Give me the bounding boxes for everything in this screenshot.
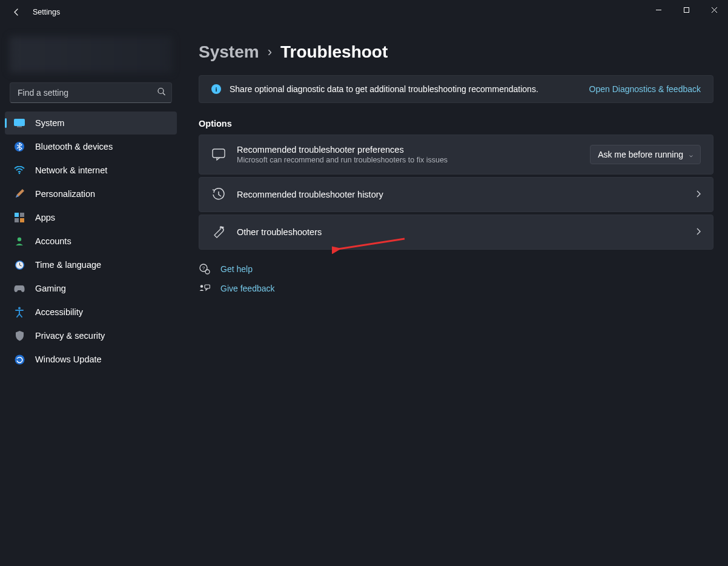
sidebar-item-accounts[interactable]: Accounts [5,230,177,253]
chevron-right-icon [696,189,701,200]
svg-rect-26 [205,285,210,288]
banner-text: Share optional diagnostic data to get ad… [230,84,577,94]
get-help-link[interactable]: Get help [220,264,253,274]
minimize-button[interactable] [644,0,672,19]
accessibility-icon [13,306,25,318]
chevron-right-icon: › [268,44,272,60]
sidebar-item-apps[interactable]: Apps [5,206,177,229]
sidebar-item-system[interactable]: System [5,112,177,135]
preferences-dropdown[interactable]: Ask me before running ⌵ [590,145,701,164]
info-banner: i Share optional diagnostic data to get … [199,75,713,103]
user-profile-area[interactable] [10,36,172,73]
sidebar-item-label: Time & language [35,260,101,270]
sidebar-item-label: Accessibility [35,307,83,317]
sidebar: System Bluetooth & devices Network & int… [0,24,182,566]
svg-rect-6 [15,119,25,126]
card-subtitle: Microsoft can recommend and run troubles… [237,156,590,164]
sidebar-item-label: Personalization [35,189,95,199]
help-item-gethelp: ? Get help [199,263,713,275]
wifi-icon [13,164,25,176]
breadcrumb-root[interactable]: System [199,42,259,62]
card-title: Other troubleshooters [237,227,696,237]
sidebar-item-privacy[interactable]: Privacy & security [5,324,177,347]
svg-rect-7 [17,127,22,127]
help-item-feedback: Give feedback [199,282,713,295]
system-icon [13,117,25,129]
open-diagnostics-link[interactable]: Open Diagnostics & feedback [589,84,701,94]
person-icon [13,235,25,247]
svg-rect-11 [20,213,24,217]
search-icon [157,87,166,99]
sidebar-item-label: System [35,118,64,128]
svg-point-25 [200,285,204,288]
sidebar-item-label: Accounts [35,236,71,246]
svg-rect-12 [15,218,19,222]
page-title: Troubleshoot [280,42,388,62]
sidebar-item-time[interactable]: Time & language [5,253,177,276]
clock-icon [13,259,25,271]
sidebar-item-bluetooth[interactable]: Bluetooth & devices [5,135,177,158]
apps-icon [13,211,25,224]
svg-line-5 [163,93,165,96]
sidebar-item-label: Gaming [35,284,66,293]
svg-rect-13 [20,218,24,222]
svg-point-4 [158,88,164,94]
breadcrumb: System › Troubleshoot [199,42,713,62]
sidebar-item-accessibility[interactable]: Accessibility [5,301,177,324]
history-icon [211,187,226,202]
maximize-button[interactable] [672,0,700,19]
section-heading: Options [199,119,713,128]
main-content: System › Troubleshoot i Share optional d… [182,24,728,566]
back-button[interactable] [11,7,22,18]
svg-rect-10 [15,213,19,217]
nav-list: System Bluetooth & devices Network & int… [0,112,182,371]
search-wrap [10,82,172,103]
feedback-icon [199,282,211,295]
svg-point-24 [205,270,210,274]
card-title: Recommended troubleshooter preferences [237,145,590,155]
card-title: Recommended troubleshooter history [237,190,696,199]
svg-point-19 [18,307,21,310]
svg-rect-1 [684,7,689,12]
info-icon: i [211,84,221,94]
chevron-right-icon [696,227,701,238]
svg-point-9 [19,173,21,175]
paintbrush-icon [13,188,25,200]
card-troubleshooter-preferences[interactable]: Recommended troubleshooter preferences M… [199,135,713,175]
search-input[interactable] [10,82,172,103]
sidebar-item-update[interactable]: Windows Update [5,348,177,371]
sidebar-item-label: Privacy & security [35,331,105,341]
help-icon: ? [199,263,211,275]
wrench-icon [211,225,226,239]
card-troubleshooter-history[interactable]: Recommended troubleshooter history [199,177,713,212]
chevron-down-icon: ⌵ [689,151,693,158]
sidebar-item-gaming[interactable]: Gaming [5,277,177,300]
bluetooth-icon [13,141,25,153]
card-other-troubleshooters[interactable]: Other troubleshooters [199,215,713,250]
gamepad-icon [13,282,25,295]
sidebar-item-label: Network & internet [35,165,107,175]
give-feedback-link[interactable]: Give feedback [220,284,275,293]
sidebar-item-personalization[interactable]: Personalization [5,182,177,205]
close-button[interactable] [700,0,728,19]
svg-point-14 [18,238,21,241]
dropdown-label: Ask me before running [598,150,683,159]
chat-icon [211,147,226,162]
sidebar-item-label: Apps [35,213,55,222]
shield-icon [13,330,25,342]
help-links: ? Get help Give feedback [199,263,713,295]
window-controls [644,0,728,19]
title-bar: Settings [0,0,728,24]
window-title: Settings [33,8,60,16]
svg-rect-21 [213,149,225,158]
svg-text:?: ? [202,265,205,271]
update-icon [13,353,25,365]
sidebar-item-network[interactable]: Network & internet [5,159,177,182]
sidebar-item-label: Windows Update [35,355,102,364]
sidebar-item-label: Bluetooth & devices [35,142,113,151]
